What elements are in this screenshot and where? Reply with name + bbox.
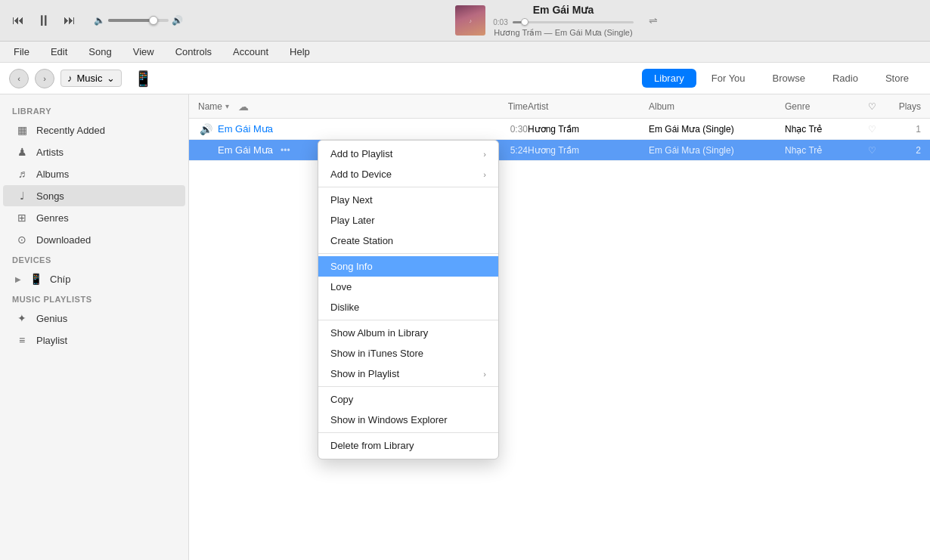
ctx-separator (318, 320, 498, 320)
ctx-add-to-device[interactable]: Add to Device › (318, 164, 498, 184)
tab-browse[interactable]: Browse (761, 69, 817, 88)
sidebar-label-downloaded: Downloaded (36, 234, 91, 246)
ctx-show-itunes-store[interactable]: Show in iTunes Store (318, 343, 498, 364)
now-playing-subtitle: Hương Trầm — Em Gái Mưa (Single) (493, 28, 633, 38)
sidebar-item-playlist[interactable]: ≡ Playlist (3, 330, 185, 351)
song-time: 0:30 (490, 124, 528, 135)
song-plays: 2 (883, 145, 921, 156)
ctx-create-station[interactable]: Create Station (318, 230, 498, 251)
forward-button[interactable]: › (35, 69, 54, 88)
menu-file[interactable]: File (9, 43, 34, 60)
sidebar-item-device[interactable]: ▶ 📱 Chíp (3, 268, 185, 289)
transport-controls: ⏮ ⏸ ⏭ (9, 9, 79, 32)
menu-help[interactable]: Help (285, 43, 315, 60)
ctx-separator (318, 432, 498, 433)
device-expand-icon: ▶ (15, 275, 21, 283)
sidebar-label-songs: Songs (36, 190, 64, 202)
albums-icon: ♬ (15, 167, 29, 181)
chevron-down-icon: ⌄ (107, 73, 115, 84)
volume-slider[interactable]: 🔈 🔊 (94, 15, 183, 26)
music-note-icon: ♪ (67, 73, 73, 84)
fast-forward-button[interactable]: ⏭ (60, 11, 79, 30)
device-phone-icon: 📱 (29, 272, 42, 286)
song-name: Em Gái Mưa (218, 123, 273, 135)
ctx-love[interactable]: Love (318, 277, 498, 297)
rewind-button[interactable]: ⏮ (9, 11, 27, 30)
sidebar-item-downloaded[interactable]: ⊙ Downloaded (3, 229, 185, 250)
col-header-heart[interactable]: ♡ (860, 101, 883, 112)
volume-track[interactable] (108, 19, 169, 22)
shuffle-button[interactable]: ⇌ (649, 14, 658, 26)
volume-low-icon: 🔈 (94, 15, 105, 26)
sidebar-label-genius: Genius (36, 313, 67, 324)
songs-icon: ♩ (15, 189, 29, 203)
menu-edit[interactable]: Edit (46, 43, 72, 60)
progress-track[interactable] (513, 21, 634, 23)
context-menu: Add to Playlist › Add to Device › Play N… (318, 140, 499, 459)
main-layout: Library ▦ Recently Added ♟ Artists ♬ Alb… (0, 94, 930, 560)
song-dots: ••• (281, 145, 290, 156)
song-genre: Nhạc Trẻ (785, 124, 860, 135)
recently-added-icon: ▦ (15, 123, 29, 137)
col-header-name[interactable]: Name ▾ ☁ (198, 101, 490, 113)
table-row[interactable]: 🔊 Em Gái Mưa 0:30 Hương Trầm Em Gái Mưa … (189, 119, 930, 140)
progress-area: 0:03 (493, 18, 633, 26)
content-area: Name ▾ ☁ Time Artist Album Genre ♡ Plays (189, 94, 930, 560)
submenu-arrow-icon: › (483, 370, 486, 379)
sidebar-label-device: Chíp (50, 274, 70, 285)
tab-for-you[interactable]: For You (699, 69, 758, 88)
sidebar-label-genres: Genres (36, 212, 69, 224)
sidebar-item-genius[interactable]: ✦ Genius (3, 308, 185, 329)
menu-account[interactable]: Account (228, 43, 273, 60)
menu-view[interactable]: View (129, 43, 159, 60)
sidebar-item-recently-added[interactable]: ▦ Recently Added (3, 119, 185, 141)
song-genre: Nhạc Trẻ (785, 145, 860, 156)
tab-radio[interactable]: Radio (820, 69, 870, 88)
back-button[interactable]: ‹ (9, 69, 29, 88)
play-pause-button[interactable]: ⏸ (33, 9, 54, 32)
sidebar-item-songs[interactable]: ♩ Songs (3, 185, 185, 206)
col-header-artist[interactable]: Artist (528, 101, 649, 112)
sidebar-label-playlist: Playlist (36, 335, 67, 346)
song-album: Em Gái Mưa (Single) (649, 145, 785, 156)
song-artist: Hương Trầm (528, 124, 649, 135)
nav-bar: ‹ › ♪ Music ⌄ 📱 Library For You Browse R… (0, 63, 930, 94)
ctx-play-later[interactable]: Play Later (318, 210, 498, 230)
sort-arrow-icon: ▾ (225, 102, 229, 110)
sidebar-label-albums: Albums (36, 169, 69, 180)
sidebar-item-artists[interactable]: ♟ Artists (3, 141, 185, 162)
tab-store[interactable]: Store (873, 69, 921, 88)
song-name: Em Gái Mưa (218, 144, 273, 156)
sidebar-item-albums[interactable]: ♬ Albums (3, 163, 185, 184)
col-header-album[interactable]: Album (649, 101, 785, 112)
ctx-dislike[interactable]: Dislike (318, 297, 498, 317)
library-section-title: Library (0, 102, 188, 119)
playlists-section-title: Music Playlists (0, 290, 188, 307)
now-playing-title: Em Gái Mưa (493, 4, 633, 16)
tab-library[interactable]: Library (642, 69, 696, 88)
song-plays: 1 (883, 124, 921, 135)
ctx-song-info[interactable]: Song Info (318, 256, 498, 277)
song-album: Em Gái Mưa (Single) (649, 124, 785, 135)
ctx-show-windows-explorer[interactable]: Show in Windows Explorer (318, 410, 498, 430)
genres-icon: ⊞ (15, 211, 29, 224)
ctx-copy[interactable]: Copy (318, 389, 498, 410)
col-header-time[interactable]: Time (490, 101, 528, 112)
sidebar-item-genres[interactable]: ⊞ Genres (3, 207, 185, 228)
current-time: 0:03 (493, 18, 507, 26)
ctx-delete-library[interactable]: Delete from Library (318, 435, 498, 456)
playlist-icon: ≡ (15, 333, 29, 347)
ctx-separator (318, 187, 498, 187)
menu-song[interactable]: Song (84, 43, 116, 60)
ctx-separator (318, 253, 498, 254)
menu-controls[interactable]: Controls (171, 43, 216, 60)
ctx-show-in-playlist[interactable]: Show in Playlist › (318, 364, 498, 384)
col-header-plays[interactable]: Plays (883, 101, 921, 112)
music-selector[interactable]: ♪ Music ⌄ (60, 70, 122, 87)
table-row[interactable]: Em Gái Mưa ••• 5:24 Hương Trầm Em Gái Mư… (189, 140, 930, 161)
ctx-play-next[interactable]: Play Next (318, 190, 498, 210)
col-header-genre[interactable]: Genre (785, 101, 860, 112)
ctx-add-to-playlist[interactable]: Add to Playlist › (318, 144, 498, 164)
ctx-show-album-library[interactable]: Show Album in Library (318, 323, 498, 343)
menu-bar: File Edit Song View Controls Account Hel… (0, 42, 930, 63)
